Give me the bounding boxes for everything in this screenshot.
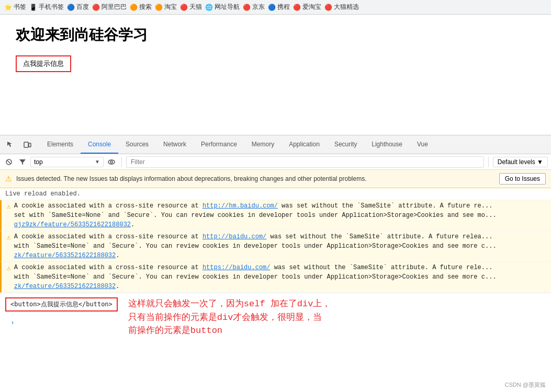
levels-label: Default levels ▼ [498, 158, 543, 166]
warning-icon: ⚠ [5, 175, 12, 183]
log-levels-selector[interactable]: Default levels ▼ [493, 157, 548, 167]
tmall-icon: 🔴 [180, 4, 188, 11]
bookmark-item[interactable]: ⭐ 书签 [4, 3, 26, 11]
bookmark-item[interactable]: 🔴 阿里巴巴 [92, 3, 127, 11]
warning-triangle-icon: ⚠ [7, 233, 11, 243]
svg-rect-0 [24, 142, 28, 147]
devtools-icons [4, 139, 33, 151]
nav-icon: 🌐 [205, 4, 213, 11]
damao-icon: 🔴 [324, 4, 332, 11]
context-value: top [34, 158, 43, 166]
inspect-icon[interactable] [4, 139, 17, 151]
devtools-panel: Elements Console Sources Network Perform… [0, 135, 551, 391]
csdn-watermark: CSDN @墨莫狐 [505, 381, 546, 389]
console-warning-text: A cookie associated with a cross-site re… [14, 201, 546, 229]
devtools-tabs: Elements Console Sources Network Perform… [40, 135, 435, 154]
taobao-icon: 🟠 [155, 4, 163, 11]
clear-console-button[interactable] [3, 156, 15, 168]
bookmarks-bar: ⭐ 书签 📱 手机书签 🔵 百度 🔴 阿里巴巴 🟠 搜索 🟠 淘宝 🔴 天猫 🌐… [0, 0, 551, 15]
console-link-path[interactable]: qjz9zk/feature/5633521622188032 [14, 221, 131, 228]
filter-icon[interactable] [17, 156, 28, 168]
tab-sources[interactable]: Sources [118, 135, 156, 154]
dropdown-arrow-icon: ▼ [95, 159, 100, 165]
filter-input[interactable] [126, 156, 484, 168]
issues-text: Issues detected. The new Issues tab disp… [16, 175, 495, 182]
svg-rect-1 [29, 143, 31, 147]
aitao-icon: 🔴 [293, 4, 301, 11]
console-text: Live reload enabled. [5, 189, 81, 199]
console-annotation: <button>点我提示信息</button> › 这样就只会触发一次了，因为s… [0, 293, 551, 342]
eye-icon[interactable] [106, 156, 117, 168]
annotation-text: 这样就只会触发一次了，因为self 加在了div上， 只有当前操作的元素是div… [128, 297, 331, 338]
tab-memory[interactable]: Memory [244, 135, 282, 154]
expand-button[interactable]: › [5, 317, 118, 329]
ctrip-icon: 🔵 [268, 4, 276, 11]
device-icon[interactable] [21, 139, 33, 151]
page-content: 欢迎来到尚硅谷学习 点我提示信息 [0, 15, 551, 135]
console-warning-text: A cookie associated with a cross-site re… [14, 232, 546, 260]
go-to-issues-button[interactable]: Go to Issues [499, 173, 546, 185]
console-link-path[interactable]: zk/feature/5633521622188032 [14, 252, 116, 259]
console-toolbar: top ▼ Default levels ▼ [0, 154, 551, 170]
tab-vue[interactable]: Vue [410, 135, 435, 154]
search-bk-icon: 🟠 [130, 4, 138, 11]
issues-banner: ⚠ Issues detected. The new Issues tab di… [0, 170, 551, 188]
svg-point-5 [110, 161, 113, 163]
bookmark-item[interactable]: 🔴 爱淘宝 [293, 3, 321, 11]
devtools-header: Elements Console Sources Network Perform… [0, 135, 551, 154]
tab-network[interactable]: Network [156, 135, 194, 154]
bookmark-item[interactable]: 🔴 大猫精选 [324, 3, 359, 11]
jd-icon: 🔴 [243, 4, 251, 11]
bookmark-item[interactable]: 🌐 网址导航 [205, 3, 240, 11]
tab-elements[interactable]: Elements [40, 135, 81, 154]
console-line-warning: ⚠ A cookie associated with a cross-site … [0, 231, 551, 262]
console-line-warning: ⚠ A cookie associated with a cross-site … [0, 200, 551, 231]
phone-icon: 📱 [29, 4, 37, 11]
svg-line-3 [7, 160, 10, 164]
warning-triangle-icon: ⚠ [7, 263, 11, 274]
tab-console[interactable]: Console [81, 135, 118, 154]
console-output: Live reload enabled. ⚠ A cookie associat… [0, 188, 551, 391]
warning-triangle-icon: ⚠ [7, 202, 11, 212]
divider2 [488, 157, 489, 167]
bookmark-item[interactable]: 📱 手机书签 [29, 3, 64, 11]
bookmark-item[interactable]: 🟠 搜索 [130, 3, 152, 11]
console-link-path[interactable]: zk/feature/5633521622188032 [14, 283, 116, 290]
tab-performance[interactable]: Performance [194, 135, 244, 154]
bookmark-item[interactable]: 🔵 百度 [67, 3, 89, 11]
console-line: Live reload enabled. [0, 188, 551, 200]
bookmark-item[interactable]: 🔴 天猫 [180, 3, 202, 11]
page-title: 欢迎来到尚硅谷学习 [16, 25, 535, 45]
context-selector[interactable]: top ▼ [30, 157, 104, 167]
tab-application[interactable]: Application [282, 135, 327, 154]
bookmark-item[interactable]: 🟠 淘宝 [155, 3, 177, 11]
bookmark-item[interactable]: 🔴 京东 [243, 3, 265, 11]
console-link[interactable]: https://baidu.com/ [203, 264, 271, 271]
alibaba-icon: 🔴 [92, 4, 100, 11]
tab-security[interactable]: Security [327, 135, 364, 154]
svg-point-4 [108, 160, 115, 164]
console-line-warning: ⚠ A cookie associated with a cross-site … [0, 262, 551, 293]
tab-lighthouse[interactable]: Lighthouse [364, 135, 410, 154]
console-link[interactable]: http://hm.baidu.com/ [203, 202, 278, 210]
star-icon: ⭐ [4, 4, 12, 11]
baidu-icon: 🔵 [67, 4, 75, 11]
divider [121, 157, 122, 167]
demo-button[interactable]: 点我提示信息 [16, 55, 71, 72]
console-link[interactable]: http://baidu.com/ [203, 233, 266, 240]
console-warning-text: A cookie associated with a cross-site re… [14, 263, 546, 291]
element-code: <button>点我提示信息</button> [5, 297, 118, 312]
bookmark-item[interactable]: 🔵 携程 [268, 3, 290, 11]
